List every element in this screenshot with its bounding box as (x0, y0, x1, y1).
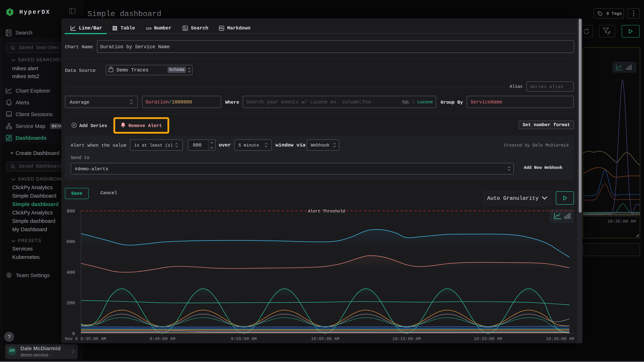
svg-text:800: 800 (66, 208, 75, 214)
svg-text:9:55:00 AM: 9:55:00 AM (231, 337, 257, 341)
svg-text:10:25:00 AM: 10:25:00 AM (474, 337, 502, 341)
svg-text:9:45:00 AM: 9:45:00 AM (150, 337, 175, 341)
svg-text:10:35:00 AM: 10:35:00 AM (546, 337, 574, 341)
svg-text:600: 600 (66, 239, 75, 244)
svg-text:Alert Threshold: Alert Threshold (308, 209, 345, 214)
svg-text:200: 200 (66, 300, 75, 306)
svg-text:400: 400 (66, 270, 75, 275)
svg-text:Nov 6 9:35:00 AM: Nov 6 9:35:00 AM (65, 337, 106, 341)
svg-text:0: 0 (72, 331, 75, 337)
svg-text:10:35:00 AM: 10:35:00 AM (608, 219, 636, 224)
svg-text:10:05:00 AM: 10:05:00 AM (311, 337, 339, 341)
svg-text:10:15:00 AM: 10:15:00 AM (392, 337, 421, 341)
